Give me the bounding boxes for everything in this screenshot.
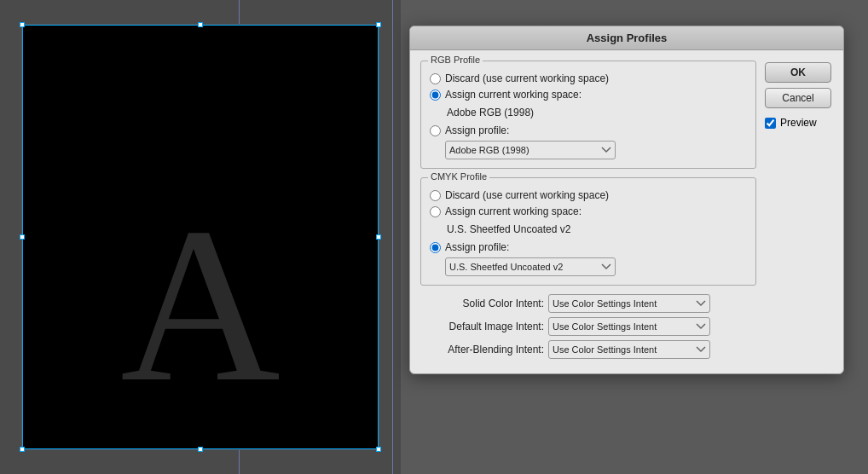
cmyk-group-label: CMYK Profile (428, 171, 489, 182)
handle-top-mid[interactable] (198, 22, 203, 27)
handle-top-right[interactable] (376, 22, 381, 27)
handle-bottom-right[interactable] (376, 447, 381, 452)
cmyk-current-value: U.S. Sheetfed Uncoated v2 (447, 222, 747, 237)
rgb-profile-dropdown-row: Adobe RGB (1998) sRGB IEC61966-2.1 ProPh… (445, 141, 747, 159)
dialog-main-content: RGB Profile Discard (use current working… (420, 61, 756, 363)
rgb-assign-current-radio[interactable] (430, 90, 441, 101)
dialog-buttons: OK Cancel Preview (765, 61, 833, 363)
rgb-assign-current-row[interactable]: Assign current working space: (430, 89, 747, 101)
rgb-profile-group: RGB Profile Discard (use current working… (420, 61, 756, 169)
solid-color-intent-dropdown[interactable]: Use Color Settings Intent Perceptual Sat… (548, 294, 710, 313)
preview-checkbox[interactable] (765, 118, 776, 129)
cmyk-discard-radio[interactable] (430, 190, 441, 201)
cmyk-assign-profile-row[interactable]: Assign profile: (430, 241, 747, 253)
default-image-intent-row: Default Image Intent: Use Color Settings… (420, 317, 756, 336)
after-blending-intent-dropdown[interactable]: Use Color Settings Intent Perceptual Sat… (548, 340, 710, 359)
solid-color-intent-row: Solid Color Intent: Use Color Settings I… (420, 294, 756, 313)
guide-vertical-2 (392, 0, 393, 474)
rgb-assign-current-label: Assign current working space: (445, 89, 582, 101)
rgb-discard-label: Discard (use current working space) (445, 72, 609, 84)
dialog-title: Assign Profiles (410, 26, 843, 50)
rgb-discard-radio[interactable] (430, 73, 441, 84)
handle-mid-left[interactable] (20, 234, 25, 240)
cmyk-assign-current-row[interactable]: Assign current working space: (430, 205, 747, 217)
handle-bottom-mid[interactable] (198, 447, 203, 452)
rgb-discard-row[interactable]: Discard (use current working space) (430, 72, 747, 84)
handle-top-left[interactable] (20, 22, 25, 27)
cmyk-assign-current-label: Assign current working space: (445, 205, 582, 217)
cmyk-assign-profile-radio[interactable] (430, 242, 441, 253)
preview-label: Preview (780, 117, 817, 129)
cmyk-profile-group: CMYK Profile Discard (use current workin… (420, 177, 756, 286)
preview-row: Preview (765, 117, 833, 129)
handle-bottom-left[interactable] (20, 447, 25, 452)
after-blending-intent-row: After-Blending Intent: Use Color Setting… (420, 340, 756, 359)
cancel-button[interactable]: Cancel (765, 88, 831, 108)
cmyk-assign-profile-label: Assign profile: (445, 241, 509, 253)
solid-color-intent-label: Solid Color Intent: (420, 298, 544, 309)
cmyk-profile-dropdown-row: U.S. Sheetfed Uncoated v2 U.S. Web Coate… (445, 257, 747, 276)
rgb-assign-profile-row[interactable]: Assign profile: (430, 124, 747, 136)
cmyk-discard-row[interactable]: Discard (use current working space) (430, 189, 747, 201)
rgb-profile-dropdown[interactable]: Adobe RGB (1998) sRGB IEC61966-2.1 ProPh… (445, 141, 616, 159)
rgb-group-label: RGB Profile (428, 55, 483, 65)
cmyk-discard-label: Discard (use current working space) (445, 189, 609, 201)
default-image-intent-label: Default Image Intent: (420, 321, 544, 332)
handle-mid-right[interactable] (376, 234, 381, 240)
cmyk-profile-dropdown[interactable]: U.S. Sheetfed Uncoated v2 U.S. Web Coate… (445, 257, 616, 276)
after-blending-intent-label: After-Blending Intent: (420, 344, 544, 356)
cmyk-assign-current-radio[interactable] (430, 206, 441, 217)
rgb-assign-profile-radio[interactable] (430, 125, 441, 136)
intent-section: Solid Color Intent: Use Color Settings I… (420, 294, 756, 359)
rgb-current-value: Adobe RGB (1998) (447, 105, 747, 120)
assign-profiles-dialog: Assign Profiles RGB Profile Discard (use… (409, 26, 844, 374)
rgb-assign-profile-label: Assign profile: (445, 124, 509, 136)
canvas-letter: A (120, 194, 281, 415)
canvas-area: A (0, 0, 401, 474)
canvas-document: A (21, 24, 379, 450)
ok-button[interactable]: OK (765, 62, 831, 83)
default-image-intent-dropdown[interactable]: Use Color Settings Intent Perceptual Sat… (548, 317, 710, 336)
